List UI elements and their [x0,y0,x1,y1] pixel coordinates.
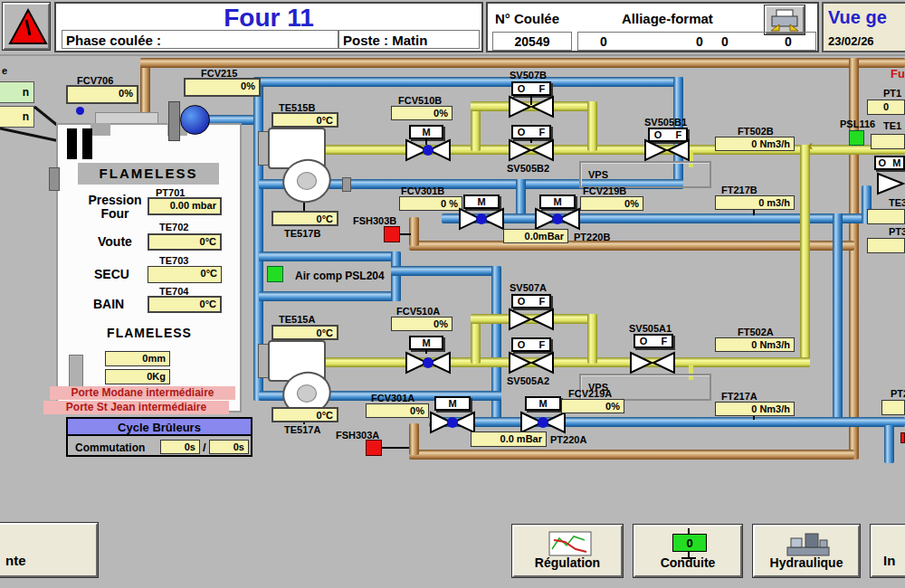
oil-stub-a [409,423,419,455]
gas-riser [800,145,810,367]
regulation-chart-icon [548,531,592,556]
sv507a-of-box: O F [511,294,551,308]
porte-stjean-status: Porte St Jean intermédiaire [43,401,229,414]
oil-pipe-line-b [409,241,854,251]
air-comp-pipe-out [391,266,497,276]
alarm-button[interactable] [3,3,50,50]
te703-label: TE703 [159,255,188,266]
hmi-screen: Four 11 Phase coulée : Poste : Matin N° … [0,0,905,588]
furnace-bottom-block [69,355,83,389]
te515b-value: 0°C [272,112,338,128]
fcv301b-label: FCV301B [401,185,444,196]
psl204-indicator [267,266,283,282]
commutation-separator: / [203,441,206,454]
conduite-button[interactable]: 0 Conduite [634,525,742,577]
burner-a-fan-hub [297,384,317,403]
burner-b-fan-hub [297,172,317,190]
air-pipe-pt2-stub [884,425,894,463]
air-pipe-top-main [253,77,683,87]
air-pipe-mid-riser [833,213,843,427]
alliage-values: 0 0 0 0 [577,32,816,51]
regulation-button[interactable]: Régulation [512,525,623,577]
flameless-subtitle: FLAMELESS [90,326,208,340]
fcv219b-value: 0% [580,196,643,211]
page-title: Four 11 [56,4,481,33]
sv505a1-valve[interactable] [629,351,676,375]
sv505a1-of-box: O F [634,334,673,348]
te1-label: TE1 [883,120,901,131]
fsh303b-indicator [384,226,400,242]
air-comp-pipe-top [259,251,401,261]
ft502a-value: 0 Nm3/h [715,337,795,352]
fcv510b-m-box: M [409,125,443,139]
conduite-label: Conduite [635,555,740,570]
gas-branch-b-up2 [587,101,597,151]
furnace-port-2 [82,128,92,159]
ft217b-label: FT217B [721,185,757,195]
te703-value: 0°C [148,266,222,283]
ft217b-value: 0 m3/h [715,195,795,210]
sv507b-valve[interactable] [508,95,555,119]
fcv215-valve[interactable] [180,105,210,135]
sv507b-label: SV507B [510,70,547,81]
fcv706-value[interactable]: 0% [66,85,138,104]
fcv510a-valve[interactable] [405,351,452,375]
sv505a1-label: SV505A1 [629,323,672,334]
hydraulique-machine-icon [786,530,833,557]
vps-b-label: VPS [588,169,608,180]
fcv215-actuator [168,101,180,141]
conduite-valve-icon: 0 [672,534,707,552]
sv505a2-valve[interactable] [508,351,555,375]
fsh303a-indicator [366,440,382,456]
air-comp-pipe-bottom [259,291,401,301]
right-red-partial [900,432,905,443]
oil-stub-b [409,217,419,246]
commutation-label: Commutation [75,441,145,454]
phase-coulee-field: Phase coulée : [62,30,338,49]
te517b-label: TE517B [284,228,320,239]
fuel-partial-label: Fu [891,67,905,81]
hydraulique-button[interactable]: Hydraulique [753,525,860,577]
gas-flow-arrow: ‹ [808,138,813,154]
alliage-value-2: 0 [696,33,703,52]
title-panel: Four 11 Phase coulée : Poste : Matin [54,2,483,52]
flameless-kg-value: 0Kg [105,369,170,384]
fcv706-indicator-dot [76,107,84,115]
fcv301a-valve[interactable] [429,411,476,434]
prev-view-button[interactable]: nte [0,523,98,577]
sv507a-label: SV507A [510,282,547,293]
alliage-value-1: 0 [600,33,607,52]
right-om-box: O M [874,156,905,170]
voute-label: Voute [98,234,132,249]
furnace-port-1 [67,128,77,159]
te702-value: 0°C [148,233,222,251]
sv507a-valve[interactable] [508,308,555,331]
warning-triangle-icon [7,7,49,47]
fcv215-value[interactable]: 0% [184,78,261,97]
fcv301b-valve[interactable] [458,207,505,231]
ft217b-stem [753,210,755,215]
sv505b2-label: SV505B2 [507,163,549,174]
fcv510b-value: 0% [391,106,452,120]
header-divider [0,54,905,56]
poste-field: Poste : Matin [338,30,480,49]
sv505b1-valve[interactable] [643,138,691,162]
alliage-label: Alliage-format [622,11,713,26]
sv507b-of-box: O F [511,81,551,96]
print-button[interactable] [765,5,805,34]
alliage-value-3: 0 [721,33,729,52]
oil-pipe-line-a [409,450,854,460]
air-pipe-valve-line-a [429,417,905,427]
fcv219b-valve[interactable] [534,207,581,231]
hydraulique-label: Hydraulique [755,555,858,570]
te517a-label: TE517A [284,424,320,435]
fcv510b-valve[interactable] [405,138,452,162]
prev-view-label: nte [5,553,26,568]
vps-box-b: VPS [579,161,711,188]
air-pipe-valve-line-b [442,213,876,223]
pt2-label: PT2 [891,388,905,399]
fsh303a-tick [382,447,409,449]
bain-label: BAIN [93,297,124,311]
next-view-button[interactable]: In [871,525,905,577]
sv505b2-valve[interactable] [508,138,555,162]
